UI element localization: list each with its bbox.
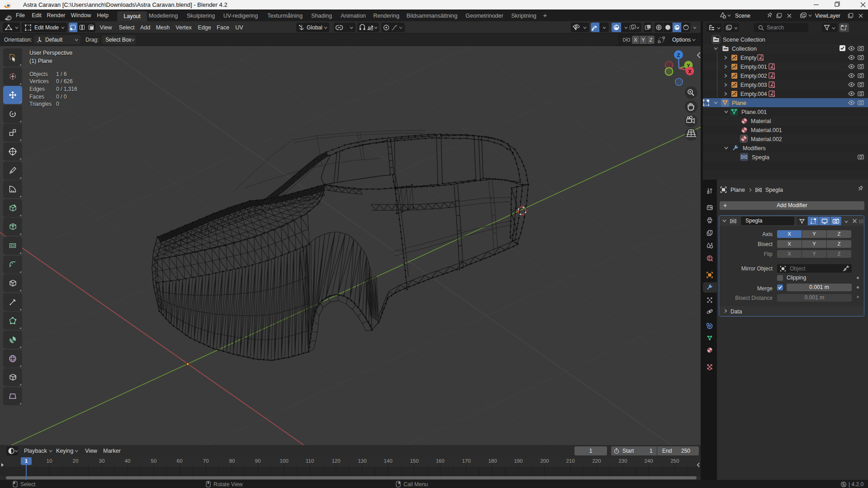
svg-text:Z: Z [677, 52, 680, 58]
svg-text:X: X [688, 69, 692, 74]
